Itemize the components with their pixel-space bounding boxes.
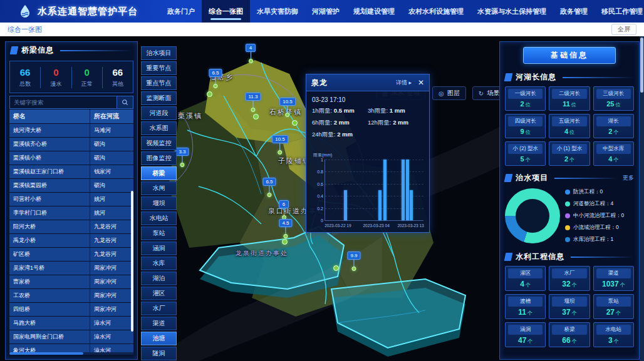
stat-card[interactable]: 灌区 4个 <box>505 266 546 291</box>
stat-card[interactable]: 水电站 3个 <box>593 322 634 347</box>
search-button[interactable] <box>117 96 133 109</box>
table-row[interactable]: 曹家桥周家冲河 <box>9 275 133 288</box>
layer-menu-item-9[interactable]: 水闸 <box>141 181 177 195</box>
table-row[interactable]: 姚河湾大桥马滩河 <box>9 124 133 137</box>
main-nav: 政务门户综合一张图水旱灾害防御河湖管护规划建设管理农村水利设施管理水资源与水土保… <box>160 0 644 23</box>
stat-card[interactable]: 一级河长 2位 <box>505 86 546 111</box>
rain-metric: 3h雨量: 1 mm <box>368 107 423 115</box>
nav-item-2[interactable]: 水旱灾害防御 <box>250 0 305 23</box>
map-value-badge[interactable]: 4 <box>246 44 256 63</box>
map-value-badge[interactable]: 3.3 <box>175 148 189 167</box>
layer-menu-item-8[interactable]: 桥梁 <box>141 166 177 180</box>
scene-icon: ↻ <box>479 90 484 97</box>
rain-metric: 6h雨量: 2 mm <box>312 119 368 127</box>
table-row[interactable]: 栗溪镇栗园桥砺沟 <box>9 179 133 192</box>
stat-card[interactable]: 渠道 1037个 <box>593 266 634 291</box>
basic-info-button[interactable]: 基础信息 <box>523 47 616 64</box>
layer-menu-item-14[interactable]: 水库 <box>141 257 177 270</box>
chiefs-section-title: 河湖长信息 <box>516 72 556 83</box>
layer-menu-item-0[interactable]: 治水项目 <box>141 46 177 60</box>
nav-item-1[interactable]: 综合一张图 <box>202 0 250 23</box>
stat-card[interactable]: 湖长 2个 <box>593 114 634 138</box>
nav-item-6[interactable]: 水资源与水土保持管理 <box>470 0 553 23</box>
map-value-badge[interactable]: 6 <box>279 200 289 220</box>
table-row[interactable]: 栗溪镇齐心桥砺沟 <box>9 138 133 151</box>
table-row[interactable]: 矿区桥九龙谷河 <box>9 248 133 261</box>
nav-item-8[interactable]: 移民工作管理 <box>595 0 644 23</box>
fullscreen-button[interactable]: 全屏 <box>611 24 636 35</box>
popup-detail-link[interactable]: 详情 ▸ <box>396 79 412 87</box>
station-marker-icon[interactable] <box>207 91 212 97</box>
stat-card[interactable]: 堰坝 37个 <box>549 294 589 319</box>
stat-card[interactable]: 小 (2) 型水 5个 <box>505 141 546 166</box>
stat-card[interactable]: 五级河长 4位 <box>549 114 589 138</box>
stat-card[interactable]: 水厂 32个 <box>549 266 589 291</box>
layer-menu-item-11[interactable]: 水电站 <box>141 211 177 225</box>
layer-menu-item-18[interactable]: 渠道 <box>141 317 177 330</box>
layer-menu-item-1[interactable]: 重要节点 <box>141 61 177 75</box>
layer-menu-item-7[interactable]: 图像监控 <box>141 151 177 165</box>
layer-menu-item-16[interactable]: 灌区 <box>141 287 177 300</box>
nav-item-5[interactable]: 农村水利设施管理 <box>402 0 470 23</box>
layer-menu-item-6[interactable]: 视频监控 <box>141 136 177 150</box>
nav-item-4[interactable]: 规划建设管理 <box>346 0 402 23</box>
stat-card[interactable]: 涵洞 47个 <box>505 322 546 347</box>
station-marker-icon[interactable] <box>292 120 298 126</box>
map-control[interactable]: ◎图层 <box>432 86 466 100</box>
table-row[interactable]: 马跑大桥漳水河 <box>9 317 133 330</box>
stat-card[interactable]: 二级河长 11位 <box>549 86 589 111</box>
page-scrollbar[interactable] <box>640 36 644 361</box>
table-row[interactable]: 吴家湾1号桥周家冲河 <box>9 262 133 275</box>
close-icon[interactable]: ✕ <box>418 79 424 86</box>
layer-menu-item-10[interactable]: 堰坝 <box>141 196 177 210</box>
table-row[interactable]: 司营村小桥姚河 <box>9 193 133 206</box>
map-value-badge[interactable]: 11.3 <box>246 93 261 112</box>
map-value-badge[interactable]: 10.5 <box>279 98 296 117</box>
stat-card[interactable]: 泵站 27个 <box>593 294 634 319</box>
table-row[interactable]: 栗溪镇小桥砺沟 <box>9 151 133 165</box>
station-marker-icon[interactable] <box>282 239 288 245</box>
table-row[interactable]: 栗溪镇赵王家门口桥钱家河 <box>9 165 133 178</box>
layer-menu-item-13[interactable]: 涵洞 <box>141 242 177 255</box>
stat-card[interactable]: 渡槽 11个 <box>505 294 546 319</box>
layer-menu: 治水项目重要节点重点节点监测断面河道段水系图视频监控图像监控桥梁水闸堰坝水电站泵… <box>141 46 177 361</box>
scrollbar-thumb[interactable] <box>9 352 83 355</box>
map-stage[interactable]: 仙居乡栗溪镇石桥驿镇子陵铺镇泉口街道办事处龙泉街道办事处 4 6.5 11.3 … <box>0 36 644 361</box>
table-row[interactable]: 禹龙小桥九龙谷河 <box>9 234 133 247</box>
layer-menu-item-15[interactable]: 湖泊 <box>141 272 177 285</box>
breadcrumb[interactable]: 综合一张图 <box>8 25 42 34</box>
layer-menu-item-2[interactable]: 重点节点 <box>141 76 177 90</box>
search-input[interactable] <box>9 96 117 109</box>
map-value-badge[interactable]: 10.5 <box>272 135 288 155</box>
map-value-badge[interactable]: 6.5 <box>209 69 222 88</box>
stat-card[interactable]: 桥梁 66个 <box>549 322 589 347</box>
table-row[interactable]: 李学村门口桥姚河 <box>9 206 133 220</box>
layer-menu-item-20[interactable]: 隧洞 <box>141 347 177 360</box>
stat-card[interactable]: 小 (1) 型水 2个 <box>549 141 589 166</box>
layer-menu-item-17[interactable]: 水厂 <box>141 302 177 315</box>
scrollbar-thumb[interactable] <box>640 38 643 93</box>
table-vertical-scrollbar[interactable] <box>131 191 133 332</box>
more-link[interactable]: 更多 <box>623 174 634 182</box>
table-row[interactable]: 阳河大桥九龙谷河 <box>9 220 133 233</box>
map-value-badge[interactable]: 6.5 <box>262 178 276 197</box>
table-row[interactable]: 国家电网荆金门口桥漳水河 <box>9 330 133 343</box>
station-marker-icon[interactable] <box>253 114 259 119</box>
stat-card[interactable]: 四级河长 9位 <box>505 114 546 138</box>
layer-menu-item-19[interactable]: 池塘 <box>141 332 177 345</box>
nav-item-3[interactable]: 河湖管护 <box>305 0 346 23</box>
map-value-badge[interactable]: 4.5 <box>279 219 292 238</box>
table-row[interactable]: 四组桥周家冲河 <box>9 303 133 316</box>
nav-item-7[interactable]: 政务管理 <box>553 0 595 23</box>
layer-menu-item-4[interactable]: 河道段 <box>141 106 177 120</box>
map-value-badge[interactable]: 9.9 <box>347 252 360 271</box>
table-row[interactable]: 工农桥周家冲河 <box>9 289 133 302</box>
stat-card[interactable]: 中型水库 4个 <box>593 141 634 166</box>
layer-menu-item-5[interactable]: 水系图 <box>141 121 177 135</box>
layer-menu-item-3[interactable]: 监测断面 <box>141 91 177 105</box>
station-marker-icon[interactable] <box>333 265 339 271</box>
nav-item-0[interactable]: 政务门户 <box>160 0 202 23</box>
layer-menu-item-12[interactable]: 泵站 <box>141 226 177 240</box>
table-horizontal-scrollbar[interactable] <box>9 352 133 355</box>
stat-card[interactable]: 三级河长 25位 <box>593 86 634 111</box>
